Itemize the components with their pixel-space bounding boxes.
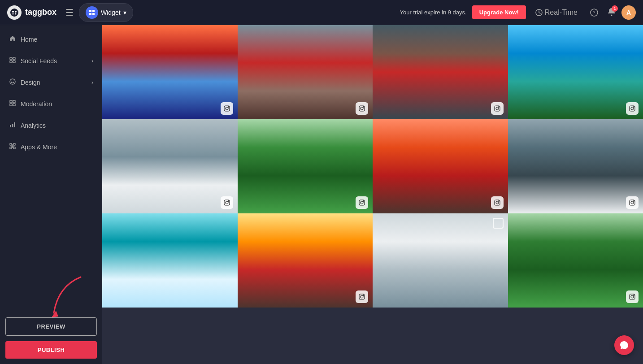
svg-point-53	[498, 201, 499, 202]
instagram-icon-3	[491, 102, 504, 115]
sidebar-item-apps-more-label: Apps & More	[21, 143, 57, 151]
svg-point-3	[13, 13, 14, 14]
design-chevron-icon: ›	[91, 79, 93, 86]
instagram-icon-2	[356, 102, 368, 115]
svg-rect-21	[13, 100, 15, 103]
svg-rect-30	[13, 147, 15, 149]
photo-grid	[102, 25, 643, 364]
social-feeds-chevron-icon: ›	[91, 58, 93, 64]
publish-button[interactable]: PUBLISH	[5, 341, 97, 359]
realtime-button[interactable]: Real-Time	[531, 7, 581, 18]
instagram-icon-7	[491, 196, 504, 209]
svg-rect-20	[10, 100, 12, 103]
svg-rect-17	[10, 61, 12, 63]
chat-button[interactable]	[614, 335, 634, 355]
svg-rect-24	[10, 125, 11, 127]
sidebar-item-social-feeds[interactable]: Social Feeds ›	[0, 50, 102, 72]
square-icon-11	[493, 218, 504, 229]
photo-cell-10[interactable]	[238, 213, 373, 308]
apps-more-icon	[9, 143, 16, 152]
svg-point-52	[496, 201, 499, 204]
svg-point-34	[226, 107, 228, 110]
svg-point-40	[496, 107, 499, 110]
svg-point-12	[611, 14, 613, 16]
sidebar-item-moderation[interactable]: Moderation	[0, 93, 102, 115]
sidebar-item-home-label: Home	[21, 36, 37, 43]
realtime-label: Real-Time	[545, 9, 578, 17]
svg-point-61	[631, 295, 634, 298]
svg-rect-22	[10, 104, 12, 106]
svg-rect-26	[14, 122, 15, 127]
photo-cell-12[interactable]	[508, 213, 643, 308]
main-layout: Home Social Feeds ›	[0, 25, 643, 364]
help-button[interactable]: ?	[587, 7, 602, 18]
instagram-icon-4	[626, 102, 639, 115]
logo: taggbox	[7, 5, 56, 20]
photo-cell-5[interactable]	[102, 119, 238, 213]
sidebar-item-moderation-label: Moderation	[21, 100, 52, 108]
svg-point-56	[634, 201, 634, 202]
svg-point-49	[361, 201, 363, 204]
instagram-icon-10	[356, 290, 368, 303]
svg-point-55	[631, 201, 634, 204]
logo-text: taggbox	[25, 8, 56, 17]
svg-point-41	[498, 107, 499, 108]
svg-rect-23	[13, 104, 15, 106]
upgrade-button[interactable]: Upgrade Now!	[472, 5, 526, 19]
svg-point-4	[15, 13, 17, 14]
sidebar-item-home[interactable]: Home	[0, 29, 102, 50]
avatar[interactable]: A	[621, 5, 636, 20]
svg-point-50	[363, 201, 364, 202]
sidebar-item-analytics-label: Analytics	[21, 122, 46, 129]
moderation-icon	[9, 100, 16, 108]
svg-rect-6	[92, 10, 95, 12]
svg-rect-25	[12, 124, 13, 127]
svg-rect-29	[10, 147, 12, 149]
svg-point-59	[363, 295, 364, 296]
home-icon	[9, 35, 16, 44]
svg-rect-7	[89, 13, 91, 15]
preview-button[interactable]: PREVIEW	[5, 317, 97, 336]
photo-cell-7[interactable]	[373, 119, 508, 213]
photo-cell-11[interactable]	[373, 213, 508, 308]
widget-dropdown[interactable]: Widget ▾	[79, 3, 133, 22]
svg-rect-18	[13, 61, 15, 63]
sidebar: Home Social Feeds ›	[0, 25, 102, 364]
instagram-icon-5	[221, 196, 233, 209]
sidebar-item-design[interactable]: Design ›	[0, 72, 102, 93]
design-icon	[9, 78, 16, 87]
svg-point-1	[12, 11, 14, 13]
notification-badge: 1	[612, 5, 618, 12]
svg-point-58	[361, 295, 363, 298]
svg-point-62	[634, 295, 634, 296]
svg-point-38	[363, 107, 364, 108]
svg-text:?: ?	[593, 10, 595, 15]
widget-icon	[86, 6, 98, 19]
photo-cell-1[interactable]	[102, 25, 238, 119]
widget-label: Widget	[101, 9, 121, 16]
photo-cell-8[interactable]	[508, 119, 643, 213]
header: taggbox ☰ Widget ▾ Your trial expire in …	[0, 0, 643, 25]
instagram-icon-12	[626, 290, 639, 303]
logo-icon	[7, 5, 22, 20]
sidebar-item-apps-more[interactable]: Apps & More	[0, 136, 102, 158]
hamburger-button[interactable]: ☰	[65, 7, 74, 18]
svg-rect-14	[13, 57, 15, 60]
photo-cell-2[interactable]	[238, 25, 373, 119]
notification-button[interactable]: 1	[607, 7, 616, 18]
instagram-icon-1	[221, 102, 233, 115]
photo-cell-6[interactable]	[238, 119, 373, 213]
photo-cell-3[interactable]	[373, 25, 508, 119]
analytics-icon	[9, 121, 16, 130]
photo-cell-9[interactable]	[102, 213, 238, 308]
svg-rect-5	[89, 10, 91, 12]
svg-point-46	[226, 201, 228, 204]
svg-point-37	[361, 107, 363, 110]
svg-point-43	[631, 107, 634, 110]
sidebar-item-analytics[interactable]: Analytics	[0, 115, 102, 136]
svg-rect-27	[10, 143, 12, 145]
social-feeds-icon	[9, 56, 16, 65]
svg-point-47	[228, 201, 229, 202]
svg-rect-28	[13, 143, 15, 145]
photo-cell-4[interactable]	[508, 25, 643, 119]
